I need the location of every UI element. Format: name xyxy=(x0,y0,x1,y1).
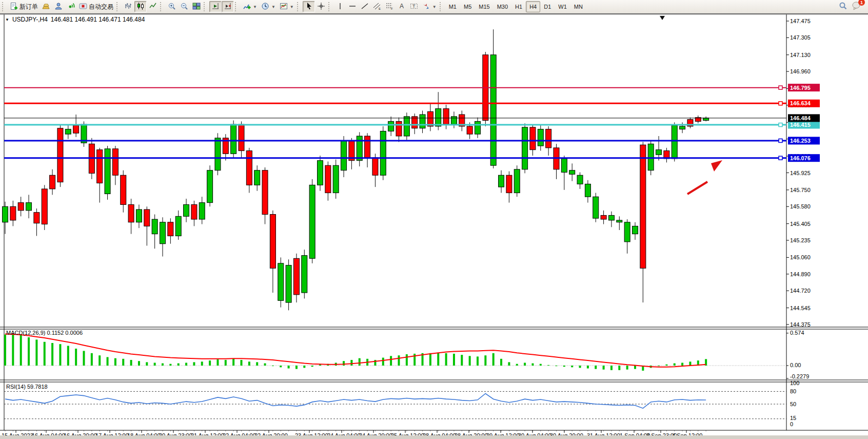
bar-chart-button[interactable] xyxy=(122,1,134,12)
level-price-badge-text: 146.634 xyxy=(790,100,811,106)
current-price-badge-text: 146.484 xyxy=(790,115,811,121)
arrows-tool[interactable]: ▼ xyxy=(420,1,439,12)
toolbar-grip[interactable] xyxy=(328,2,332,11)
new-order-button[interactable]: 新订单 xyxy=(8,1,40,12)
macd-histogram-bar xyxy=(595,366,597,369)
macd-histogram-bar xyxy=(177,364,180,366)
macd-histogram-bar xyxy=(603,366,605,370)
candle-body xyxy=(467,126,472,134)
fibonacci-tool[interactable]: F xyxy=(383,1,396,12)
trendline-tool[interactable] xyxy=(359,1,371,12)
chart-shift-button[interactable] xyxy=(222,1,234,12)
macd-histogram-bar xyxy=(469,356,471,366)
macd-histogram-bar xyxy=(138,361,140,366)
time-tick-label: 17 Aug 12:00 xyxy=(95,432,129,435)
toolbar-grip[interactable] xyxy=(235,2,239,11)
symbol-dropdown-icon[interactable]: ▼ xyxy=(5,17,9,22)
zoom-in-button[interactable] xyxy=(166,1,178,12)
line-chart-button[interactable] xyxy=(147,1,159,12)
price-tick-label: 146.960 xyxy=(790,68,811,74)
autotrade-button[interactable]: 自动交易 xyxy=(77,1,115,12)
macd-histogram-bar xyxy=(59,344,61,366)
macd-histogram-bar xyxy=(280,366,282,367)
quotes-button[interactable] xyxy=(40,1,52,12)
tab-timeframe-m15[interactable]: M15 xyxy=(475,1,493,12)
cursor-button[interactable] xyxy=(303,1,315,12)
new-order-label: 新订单 xyxy=(19,3,38,11)
tile-windows-button[interactable] xyxy=(190,1,203,12)
tab-timeframe-m5[interactable]: M5 xyxy=(460,1,475,12)
macd-histogram-bar xyxy=(461,355,463,366)
label-tool[interactable]: T xyxy=(408,1,420,12)
new-order-icon xyxy=(10,2,18,12)
notifications-button[interactable]: 1 xyxy=(852,1,862,12)
level-line-handle[interactable] xyxy=(779,102,782,105)
channel-tool[interactable]: E xyxy=(371,1,383,12)
level-line-handle[interactable] xyxy=(779,139,782,142)
macd-histogram-bar xyxy=(406,354,408,366)
templates-button[interactable]: ▼ xyxy=(278,1,296,12)
toolbar-grip[interactable] xyxy=(297,2,301,11)
toolbar-grip[interactable] xyxy=(204,2,207,11)
chart-canvas[interactable]: 147.475147.305147.130146.960146.785146.6… xyxy=(0,14,868,435)
tab-timeframe-h4[interactable]: H4 xyxy=(526,1,540,12)
tab-timeframe-d1[interactable]: D1 xyxy=(540,1,555,12)
candle-body xyxy=(191,204,197,219)
candlestick-chart-icon xyxy=(136,2,145,12)
level-line-handle[interactable] xyxy=(779,86,782,89)
signals-button[interactable] xyxy=(65,1,77,12)
indicators-button[interactable]: ▼ xyxy=(241,1,259,12)
macd-histogram-bar xyxy=(587,366,589,369)
time-tick-label: 16 Aug 04:00 xyxy=(32,432,65,435)
equidistant-channel-icon: E xyxy=(373,2,381,12)
vertical-line-tool[interactable] xyxy=(334,1,346,12)
tab-timeframe-m30[interactable]: M30 xyxy=(494,1,511,12)
price-tick-label: 145.060 xyxy=(790,254,811,260)
time-tick-label: 29 Aug 12:00 xyxy=(486,432,520,435)
price-tick-label: 144.720 xyxy=(790,288,811,294)
toolbar-grip[interactable] xyxy=(160,2,164,11)
text-tool[interactable]: A xyxy=(396,1,408,12)
tab-timeframe-h1[interactable]: H1 xyxy=(511,1,526,12)
toolbar-grip[interactable] xyxy=(440,2,443,11)
horizontal-line-tool[interactable] xyxy=(346,1,359,12)
level-line-handle[interactable] xyxy=(779,156,782,160)
candle-body xyxy=(325,165,331,193)
community-button[interactable] xyxy=(52,1,65,12)
time-tick-label: 31 Aug 12:00 xyxy=(587,432,620,435)
rsi-axis-label: 100 xyxy=(790,380,799,386)
toolbar-grip[interactable] xyxy=(116,2,120,11)
time-tick-label: 20 Aug 23:00 xyxy=(159,432,192,435)
candle-body xyxy=(601,215,606,219)
macd-histogram-bar xyxy=(295,366,298,369)
macd-histogram-bar xyxy=(91,353,93,366)
line-chart-icon xyxy=(149,2,157,12)
macd-histogram-bar xyxy=(146,362,148,366)
crosshair-button[interactable] xyxy=(315,1,327,12)
time-tick-label: 18 Aug 04:00 xyxy=(127,432,161,435)
price-tick-label: 144.545 xyxy=(790,305,811,311)
chart-ohlc-readout: 146.481 146.491 146.471 146.484 xyxy=(51,16,145,23)
periods-button[interactable]: ▼ xyxy=(259,1,278,12)
macd-histogram-bar xyxy=(350,360,352,366)
tab-timeframe-m1[interactable]: M1 xyxy=(445,1,460,12)
candle-body xyxy=(672,125,677,159)
zoom-out-button[interactable] xyxy=(178,1,190,12)
candle-body xyxy=(443,109,449,125)
trendline-icon xyxy=(361,2,369,12)
candlestick-chart-button[interactable] xyxy=(134,1,147,12)
toolbar-grip[interactable] xyxy=(2,2,6,11)
signals-icon xyxy=(67,2,75,12)
candle-body xyxy=(648,144,654,170)
tab-timeframe-w1[interactable]: W1 xyxy=(555,1,570,12)
search-icon[interactable] xyxy=(838,1,847,12)
rsi-axis-label: 50 xyxy=(790,401,796,407)
tab-timeframe-mn[interactable]: MN xyxy=(570,1,586,12)
level-line-handle[interactable] xyxy=(779,123,782,127)
macd-histogram-bar xyxy=(429,353,431,366)
macd-histogram-bar xyxy=(524,363,526,366)
auto-scroll-button[interactable] xyxy=(209,1,222,12)
main-toolbar: 新订单 自动交易 ▼ ▼ ▼ E F A T ▼ M1 M5 M15 M30 H… xyxy=(0,0,868,14)
level-price-badge-text: 146.076 xyxy=(790,155,811,161)
macd-histogram-bar xyxy=(130,360,132,366)
